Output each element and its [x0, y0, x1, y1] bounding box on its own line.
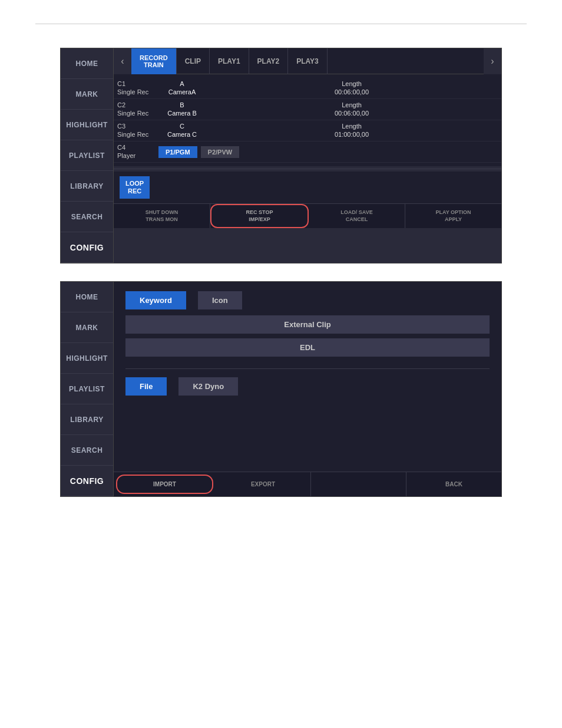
rec-divider	[114, 169, 501, 169]
rec-label-c4: C4 Player	[117, 144, 158, 159]
sidebar-item-mark[interactable]: MARK	[61, 79, 113, 110]
panel-record-train: HOME MARK HIGHLIGHT PLAYLIST LIBRARY SEA…	[60, 48, 502, 263]
btn-file[interactable]: File	[125, 377, 167, 396]
rec-row-c2: C2 Single Rec B Camera B Length 00:06:00…	[114, 99, 501, 120]
action-btn-back[interactable]: BACK	[406, 472, 501, 496]
tab-bar: ‹ RECORD TRAIN CLIP PLAY1 PLAY2 PLAY3	[114, 48, 501, 74]
sidebar2-item-search[interactable]: SEARCH	[61, 435, 113, 466]
rec-camera-c2: B Camera B	[158, 101, 206, 117]
rec-length-c2: Length 00:06:00,00	[206, 101, 498, 117]
import-top-row: Keyword Icon	[125, 291, 490, 315]
rec-label-c3: C3 Single Rec	[117, 123, 158, 138]
action-btn-load-save[interactable]: LOAD/ SAVE CANCEL	[309, 204, 405, 228]
loop-area: LOOP REC	[114, 172, 501, 203]
rec-camera-c3: C Camera C	[158, 123, 206, 138]
sidebar2-item-playlist[interactable]: PLAYLIST	[61, 374, 113, 404]
rec-row-c4: C4 Player P1/PGM P2/PVW	[114, 141, 501, 163]
btn-icon[interactable]: Icon	[198, 291, 242, 309]
rec-camera-c1: A CameraA	[158, 80, 206, 95]
sidebar-item-playlist[interactable]: PLAYLIST	[61, 140, 113, 171]
sidebar-item-library[interactable]: LIBRARY	[61, 171, 113, 202]
tab-nav-back[interactable]: ‹	[114, 48, 131, 74]
panel-import-export: HOME MARK HIGHLIGHT PLAYLIST LIBRARY SEA…	[60, 281, 502, 497]
top-divider	[35, 24, 527, 24]
rec-label-c2: C2 Single Rec	[117, 101, 158, 117]
sidebar-item-search[interactable]: SEARCH	[61, 202, 113, 232]
action-btn-import[interactable]: IMPORT	[116, 475, 213, 494]
action-btn-export[interactable]: EXPORT	[216, 472, 311, 496]
action-btn-play-option[interactable]: PLAY OPTION APPLY	[405, 204, 501, 228]
sidebar-item-config[interactable]: CONFIG	[61, 232, 113, 263]
sidebar2-item-home[interactable]: HOME	[61, 282, 113, 312]
btn-k2dyno[interactable]: K2 Dyno	[178, 377, 238, 396]
action-bar-panel1: SHUT DOWN TRANS MON REC STOP IMP/EXP LOA…	[114, 203, 501, 228]
btn-p2pvw[interactable]: P2/PVW	[201, 146, 240, 158]
tab-nav-forward[interactable]: ›	[484, 48, 501, 74]
sidebar2-item-mark[interactable]: MARK	[61, 312, 113, 343]
import-bottom-row: File K2 Dyno	[125, 375, 490, 396]
btn-keyword[interactable]: Keyword	[125, 291, 186, 309]
import-mid-row: External Clip EDL	[125, 315, 490, 363]
sidebar-panel1: HOME MARK HIGHLIGHT PLAYLIST LIBRARY SEA…	[61, 48, 114, 263]
import-content-area: Keyword Icon External Clip EDL File K2 D…	[114, 282, 501, 472]
sidebar-panel2: HOME MARK HIGHLIGHT PLAYLIST LIBRARY SEA…	[61, 282, 114, 496]
tab-clip[interactable]: CLIP	[177, 48, 210, 74]
import-divider	[125, 368, 490, 369]
tab-record-train[interactable]: RECORD TRAIN	[131, 48, 177, 74]
sidebar-item-highlight[interactable]: HIGHLIGHT	[61, 110, 113, 140]
rec-length-c1: Length 00:06:00,00	[206, 80, 498, 95]
tab-play2[interactable]: PLAY2	[249, 48, 289, 74]
sidebar2-item-config[interactable]: CONFIG	[61, 466, 113, 496]
panel1-main: ‹ RECORD TRAIN CLIP PLAY1 PLAY2 PLAY3	[114, 48, 501, 263]
action-btn-rec-stop[interactable]: REC STOP IMP/EXP	[210, 204, 309, 228]
btn-edl[interactable]: EDL	[125, 338, 490, 357]
tab-play3[interactable]: PLAY3	[288, 48, 328, 74]
rec-length-c3: Length 01:00:00,00	[206, 123, 498, 138]
btn-external-clip[interactable]: External Clip	[125, 315, 490, 334]
panel2-main: Keyword Icon External Clip EDL File K2 D…	[114, 282, 501, 496]
tab-play1[interactable]: PLAY1	[210, 48, 249, 74]
loop-rec-button[interactable]: LOOP REC	[120, 176, 150, 199]
sidebar2-item-highlight[interactable]: HIGHLIGHT	[61, 343, 113, 374]
action-btn-spacer	[311, 472, 406, 496]
action-btn-shutdown[interactable]: SHUT DOWN TRANS MON	[114, 204, 210, 228]
sidebar-item-home[interactable]: HOME	[61, 48, 113, 79]
rec-area: C1 Single Rec A CameraA Length 00:06:00,…	[114, 74, 501, 166]
rec-label-c1: C1 Single Rec	[117, 80, 158, 95]
rec-row-c3: C3 Single Rec C Camera C Length 01:00:00…	[114, 120, 501, 141]
rec-row-c1: C1 Single Rec A CameraA Length 00:06:00,…	[114, 78, 501, 99]
action-bar-panel2: IMPORT EXPORT BACK	[114, 472, 501, 496]
btn-p1pgm[interactable]: P1/PGM	[158, 146, 197, 158]
sidebar2-item-library[interactable]: LIBRARY	[61, 404, 113, 435]
